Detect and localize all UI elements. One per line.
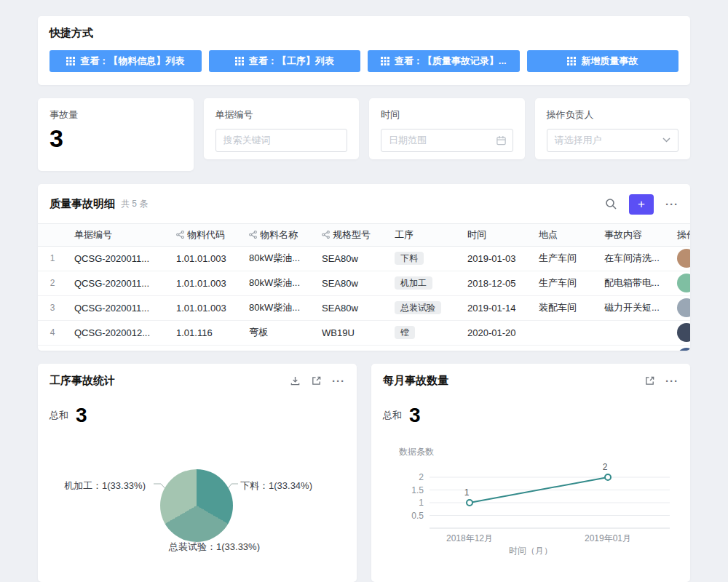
cell-operator <box>670 246 690 271</box>
column-header-content[interactable]: 事故内容 <box>597 223 670 246</box>
search-button[interactable] <box>605 198 617 210</box>
cell-place: 演示 <box>531 345 597 351</box>
svg-text:1.5: 1.5 <box>411 485 424 495</box>
cell-content <box>597 320 670 345</box>
svg-text:1: 1 <box>419 498 424 508</box>
pie-label-blanking: 下料：1(33.34%) <box>240 479 312 493</box>
table-row[interactable]: 3 QCSG-2020011... 1.01.01.003 80kW柴油... … <box>38 295 690 320</box>
relation-icon <box>176 231 184 239</box>
export-image-button[interactable] <box>290 375 301 386</box>
avatar <box>677 298 690 317</box>
dashboard-page: 快捷方式 查看：【物料信息】列表 查看：【工序】列表 查看：【质量事故记录】..… <box>0 0 728 582</box>
cell-process: 总装试验 <box>387 295 460 320</box>
shortcut-button-accident-records-list[interactable]: 查看：【质量事故记录】... <box>368 50 520 72</box>
process-tag: 机加工 <box>395 276 432 290</box>
cell-doc-no: QCSG-2020011... <box>67 271 169 295</box>
filter-row: 事故量 3 单据编号 时间 操作负责人 请选择用户 <box>38 98 690 171</box>
table-more-button[interactable]: ··· <box>665 199 678 210</box>
column-header-index <box>38 223 67 246</box>
charts-row: 工序事故统计 ··· 总和 3 <box>38 364 690 582</box>
avatar <box>677 249 690 268</box>
cell-material-name: 80kW柴油... <box>242 271 314 295</box>
row-index: 4 <box>38 320 67 345</box>
column-header-spec[interactable]: 规格型号 <box>314 223 387 246</box>
column-header-place[interactable]: 地点 <box>531 223 597 246</box>
pie-chart-area: 机加工：1(33.33%) 下料：1(33.34%) 总装试验：1(33.33%… <box>50 431 345 570</box>
pie-more-button[interactable]: ··· <box>332 375 345 386</box>
shortcut-button-new-accident[interactable]: 新增质量事故 <box>527 50 679 72</box>
column-header-process[interactable]: 工序 <box>387 223 460 246</box>
cell-place: 装配车间 <box>531 295 597 320</box>
open-in-new-icon <box>644 375 655 386</box>
table-row[interactable]: 2 QCSG-2020011... 1.01.01.003 80kW柴油... … <box>38 271 690 295</box>
cell-place: 生产车间 <box>531 271 597 295</box>
cell-spec: WB19U <box>314 320 387 345</box>
column-header-material-code[interactable]: 物料代码 <box>169 223 242 246</box>
doc-no-search-input[interactable] <box>215 129 348 152</box>
monthly-count-card: 每月事故数量 ··· 总和 3 数据条数 0.511.5212018年12月22… <box>371 364 690 582</box>
svg-text:0.5: 0.5 <box>411 511 424 521</box>
user-select[interactable]: 请选择用户 <box>547 129 679 152</box>
row-index: 3 <box>38 295 67 320</box>
avatar <box>677 323 690 342</box>
shortcut-button-materials-list[interactable]: 查看：【物料信息】列表 <box>50 50 202 72</box>
pie-label-machining: 机加工：1(33.33%) <box>64 479 146 493</box>
time-filter-label: 时间 <box>381 108 513 121</box>
table-row[interactable]: 5 QCSG-2020012... 1.01.120.01 齿轮 CL2H30 … <box>38 345 690 351</box>
search-icon <box>605 198 617 210</box>
svg-text:1: 1 <box>464 487 470 498</box>
cell-content: 在车间清洗... <box>597 246 670 271</box>
row-index: 5 <box>38 345 67 351</box>
accident-count-label: 事故量 <box>50 108 182 121</box>
svg-text:2019年01月: 2019年01月 <box>585 533 631 543</box>
cell-operator <box>670 345 690 351</box>
row-index: 1 <box>38 246 67 271</box>
cell-process: 镗 <box>387 320 460 345</box>
column-header-doc-no[interactable]: 单据编号 <box>67 223 169 246</box>
relation-icon <box>249 231 257 239</box>
line-chart-title: 每月事故数量 <box>383 374 448 388</box>
accident-count-value: 3 <box>50 124 182 153</box>
shortcut-label: 查看：【质量事故记录】... <box>395 55 507 68</box>
date-range-input[interactable] <box>381 129 513 152</box>
open-fullscreen-button[interactable] <box>311 375 322 386</box>
cell-place: 生产车间 <box>531 246 597 271</box>
grid-icon <box>66 57 75 65</box>
process-pie <box>160 469 233 542</box>
avatar <box>677 274 690 292</box>
cell-operator <box>670 320 690 345</box>
user-select-placeholder: 请选择用户 <box>555 134 602 147</box>
cell-doc-no: QCSG-2020011... <box>67 246 169 271</box>
add-record-button[interactable]: + <box>629 194 654 215</box>
cell-operator <box>670 271 690 295</box>
line-more-button[interactable]: ··· <box>665 375 678 386</box>
download-icon <box>290 375 301 386</box>
operator-filter-card: 操作负责人 请选择用户 <box>535 98 691 159</box>
column-label: 物料代码 <box>187 229 225 240</box>
cell-content: 配电箱带电... <box>597 271 670 295</box>
cell-content: 磁力开关短... <box>597 295 670 320</box>
column-header-time[interactable]: 时间 <box>460 223 531 246</box>
calendar-icon[interactable] <box>496 135 507 146</box>
cell-material-code: 1.01.116 <box>169 320 242 345</box>
cell-material-name: 80kW柴油... <box>242 246 314 271</box>
column-label: 规格型号 <box>333 229 371 240</box>
column-header-operator[interactable]: 操作负责人 <box>670 223 690 246</box>
open-fullscreen-button[interactable] <box>644 375 655 386</box>
shortcut-button-process-list[interactable]: 查看：【工序】列表 <box>209 50 361 72</box>
total-value: 3 <box>409 404 421 427</box>
svg-text:2: 2 <box>419 472 424 482</box>
table-row[interactable]: 4 QCSG-2020012... 1.01.116 弯板 WB19U 镗 20… <box>38 320 690 345</box>
table-row[interactable]: 1 QCSG-2020011... 1.01.01.003 80kW柴油... … <box>38 246 690 271</box>
table-card-header: 质量事故明细 共 5 条 + ··· <box>38 194 690 223</box>
shortcut-label: 查看：【工序】列表 <box>249 55 334 68</box>
cell-material-code: 1.01.01.003 <box>169 246 242 271</box>
cell-material-code: 1.01.01.003 <box>169 295 242 320</box>
column-header-material-name[interactable]: 物料名称 <box>242 223 314 246</box>
cell-place <box>531 320 597 345</box>
process-tag: 总装试验 <box>395 301 441 314</box>
cell-material-name: 弯板 <box>242 320 314 345</box>
pie-card-actions: ··· <box>290 375 345 386</box>
pie-total-row: 总和 3 <box>50 404 345 427</box>
cell-time: 2019-01-03 <box>460 246 531 271</box>
